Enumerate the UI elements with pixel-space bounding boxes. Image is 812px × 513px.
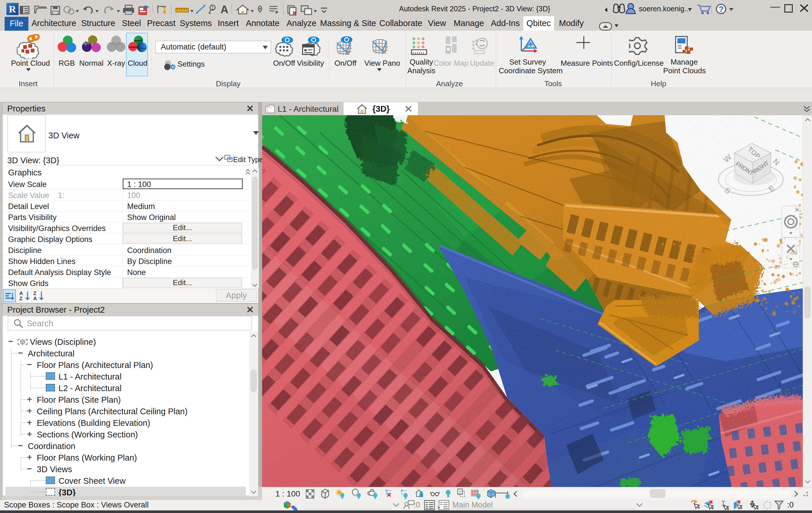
svg-text:soeren.koenig...: soeren.koenig... xyxy=(639,5,690,13)
svg-text:?: ? xyxy=(719,5,724,14)
svg-text:A: A xyxy=(20,291,23,296)
svg-text:Z: Z xyxy=(20,296,22,301)
svg-text:Z: Z xyxy=(33,291,36,296)
svg-text:A: A xyxy=(33,296,37,301)
svg-text:A: A xyxy=(221,3,228,16)
svg-text:1: 1 xyxy=(211,5,214,11)
svg-text:R: R xyxy=(9,4,16,14)
